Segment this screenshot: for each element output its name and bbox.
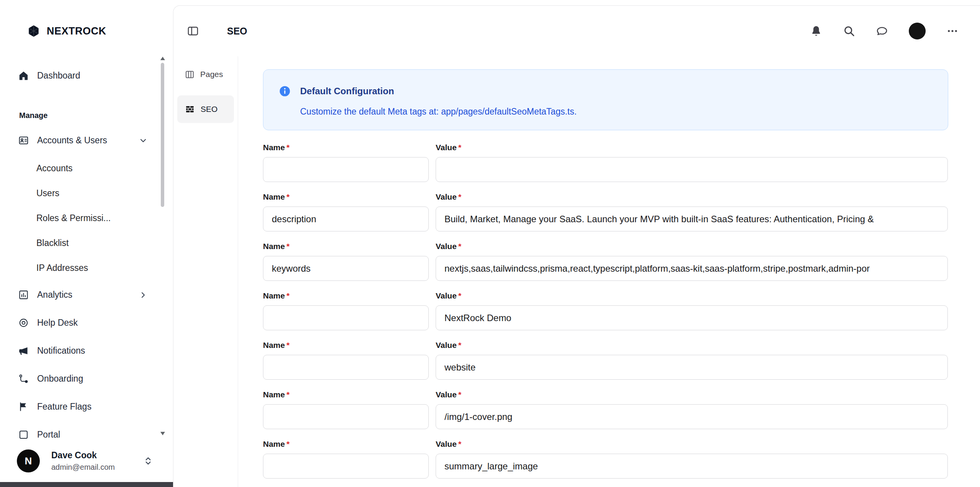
required-asterisk: * [286, 192, 289, 201]
scroll-up-arrow-icon[interactable] [160, 57, 165, 60]
chevrons-up-down-icon[interactable] [143, 456, 153, 466]
meta-name-input[interactable] [263, 305, 429, 330]
sidebar-item-portal[interactable]: Portal [18, 422, 159, 441]
brand-name: NEXTROCK [47, 25, 106, 37]
meta-value-input[interactable] [436, 454, 948, 479]
required-asterisk: * [286, 143, 289, 152]
sidebar-item-roles-permissions[interactable]: Roles & Permissi... [18, 206, 159, 231]
meta-name-input[interactable] [263, 404, 429, 429]
sidebar: NEXTROCK Dashboard Manage Accounts & Use… [0, 0, 173, 487]
meta-tag-row: Name* Value* [263, 192, 948, 231]
meta-value-input[interactable] [436, 207, 948, 231]
main-body: Pages SEO [173, 56, 980, 487]
value-label: Value* [436, 241, 948, 251]
required-asterisk: * [458, 143, 461, 152]
required-asterisk: * [458, 341, 461, 349]
meta-tag-row: Name* Value* [263, 390, 948, 429]
user-avatar[interactable]: N [17, 449, 40, 472]
sidebar-item-analytics[interactable]: Analytics [18, 282, 159, 307]
meta-name-input[interactable] [263, 256, 429, 281]
name-label: Name* [263, 241, 429, 251]
sidebar-item-accounts[interactable]: Accounts [18, 156, 159, 181]
sidebar-item-label: Help Desk [37, 318, 78, 328]
sidebar-item-accounts-users[interactable]: Accounts & Users [18, 128, 159, 153]
required-asterisk: * [458, 439, 461, 448]
name-label: Name* [263, 143, 429, 152]
required-asterisk: * [286, 341, 289, 349]
subnav-item-label: SEO [201, 105, 217, 114]
search-icon[interactable] [843, 25, 855, 37]
required-asterisk: * [286, 390, 289, 399]
chevron-down-icon [139, 136, 148, 145]
sidebar-item-help-desk[interactable]: Help Desk [18, 310, 159, 335]
header-user-avatar[interactable] [909, 23, 926, 39]
alert-title: Default Configuration [300, 86, 394, 97]
header-actions [810, 23, 959, 39]
chevron-right-icon [139, 290, 148, 300]
sidebar-item-dashboard[interactable]: Dashboard [18, 63, 159, 88]
flag-icon [18, 402, 29, 412]
sidebar-item-feature-flags[interactable]: Feature Flags [18, 394, 159, 419]
meta-value-input[interactable] [436, 355, 948, 380]
sidebar-nav: Dashboard Manage Accounts & Users Accoun… [0, 63, 173, 441]
info-alert: Default Configuration Customize the defa… [263, 69, 948, 130]
name-label: Name* [263, 439, 429, 449]
alert-title-row: Default Configuration [279, 85, 933, 97]
required-asterisk: * [286, 242, 289, 251]
ellipsis-icon[interactable] [946, 25, 959, 37]
required-asterisk: * [458, 390, 461, 399]
meta-name-input[interactable] [263, 157, 429, 182]
value-label: Value* [436, 390, 948, 400]
sidebar-item-label: Dashboard [37, 71, 80, 81]
subnav-item-label: Pages [200, 70, 223, 79]
sidebar-item-label: Accounts & Users [37, 135, 107, 146]
subnav-item-pages[interactable]: Pages [185, 67, 238, 82]
required-asterisk: * [286, 439, 289, 448]
meta-value-input[interactable] [436, 404, 948, 429]
required-asterisk: * [458, 291, 461, 300]
name-label: Name* [263, 192, 429, 202]
sidebar-item-users[interactable]: Users [18, 181, 159, 206]
home-icon [18, 71, 29, 81]
bell-icon[interactable] [810, 25, 822, 37]
meta-value-input[interactable] [436, 157, 948, 182]
meta-name-input[interactable] [263, 207, 429, 231]
sidebar-user-section[interactable]: N Dave Cook admin@email.com [0, 440, 173, 482]
subnav-item-seo[interactable]: SEO [177, 95, 234, 123]
route-icon [18, 374, 29, 384]
meta-value-input[interactable] [436, 305, 948, 330]
bricks-grid-icon [185, 104, 195, 114]
name-label: Name* [263, 340, 429, 350]
seo-content: Default Configuration Customize the defa… [238, 56, 980, 487]
name-label: Name* [263, 291, 429, 301]
chat-icon[interactable] [876, 25, 888, 37]
value-label: Value* [436, 439, 948, 449]
help-desk-icon [18, 318, 29, 328]
meta-tag-row: Name* Value* [263, 291, 948, 330]
scroll-down-arrow-icon[interactable] [160, 432, 165, 435]
analytics-icon [18, 290, 29, 300]
brand-logo[interactable]: NEXTROCK [27, 24, 173, 38]
sidebar-item-onboarding[interactable]: Onboarding [18, 366, 159, 391]
sidebar-item-label: Feature Flags [37, 402, 91, 412]
meta-tag-row: Name* Value* [263, 241, 948, 281]
required-asterisk: * [286, 291, 289, 300]
meta-name-input[interactable] [263, 454, 429, 479]
portal-icon [18, 430, 29, 440]
megaphone-icon [18, 346, 29, 356]
sidebar-item-notifications[interactable]: Notifications [18, 338, 159, 363]
value-label: Value* [436, 340, 948, 350]
info-icon [279, 85, 291, 97]
sidebar-item-label: Notifications [37, 346, 85, 356]
scrollbar-thumb[interactable] [161, 63, 164, 207]
user-email: admin@email.com [51, 463, 115, 472]
meta-tag-row: Name* Value* [263, 439, 948, 479]
page-title: SEO [227, 26, 247, 37]
app-root: NEXTROCK Dashboard Manage Accounts & Use… [0, 0, 980, 487]
meta-value-input[interactable] [436, 256, 948, 281]
sidebar-item-blacklist[interactable]: Blacklist [18, 231, 159, 256]
sidebar-scrollbar[interactable] [160, 57, 165, 435]
sidebar-toggle-icon[interactable] [187, 25, 199, 37]
meta-name-input[interactable] [263, 355, 429, 380]
sidebar-item-ip-addresses[interactable]: IP Addresses [18, 256, 159, 280]
